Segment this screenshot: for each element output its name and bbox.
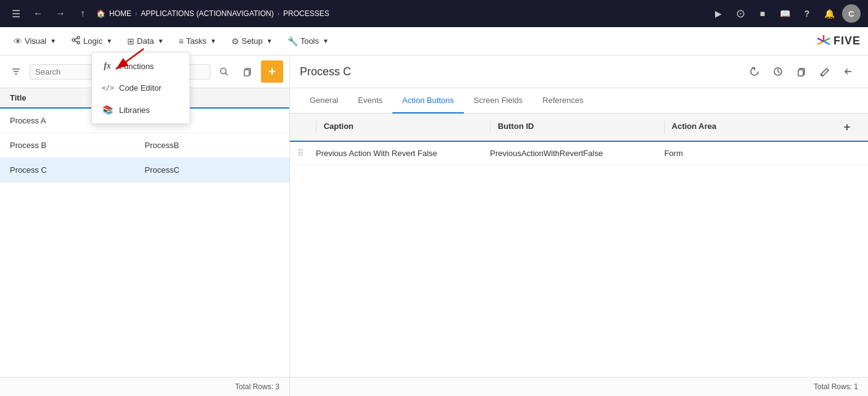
setup-chevron: ▼ [267, 38, 273, 44]
code-editor-icon: </> [102, 84, 113, 92]
home-label[interactable]: HOME [109, 9, 131, 18]
tab-general[interactable]: General [300, 88, 348, 113]
right-table-row[interactable]: ⠿ Previous Action With Revert False Prev… [290, 142, 868, 165]
right-data-table: Caption Button ID Action Area + ⠿ Previo… [290, 113, 868, 377]
history-icon [772, 66, 783, 77]
nav-item-tools[interactable]: 🔧 Tools ▼ [281, 33, 335, 50]
tasks-icon: ≡ [178, 36, 183, 46]
breadcrumb-chevron-1: › [135, 10, 137, 17]
tab-screen-fields[interactable]: Screen Fields [464, 88, 532, 113]
play-button[interactable]: ▶ [709, 4, 727, 23]
secondary-nav: 👁 Visual ▼ Logic ▼ ⊞ Data ▼ ≡ Tasks ▼ ⚙ … [0, 27, 868, 56]
back-button[interactable]: ← [30, 5, 47, 22]
tools-icon: 🔧 [287, 36, 298, 46]
top-nav: ☰ ← → ↑ 🏠 HOME › APPLICATIONS (ACTIONNAV… [0, 0, 868, 27]
duplicate-icon [796, 66, 807, 77]
books-icon[interactable]: 📖 [775, 4, 794, 23]
stop-button[interactable]: ■ [753, 4, 772, 23]
setup-label: Setup [242, 36, 263, 46]
help-button[interactable]: ? [798, 4, 816, 23]
filter-button[interactable] [6, 62, 26, 81]
add-row-button[interactable]: + [838, 118, 856, 136]
add-button[interactable]: + [261, 60, 283, 83]
table-row[interactable]: Process B ProcessB [0, 133, 289, 158]
right-title: Process C [300, 65, 351, 78]
col-divider [490, 121, 490, 133]
history-button[interactable] [768, 62, 788, 81]
breadcrumb-chevron-2: › [278, 10, 279, 17]
code-editor-label: Code Editor [119, 83, 162, 93]
drag-handle-icon[interactable]: ⠿ [297, 148, 316, 158]
duplicate-button[interactable] [792, 62, 811, 81]
svg-line-3 [75, 38, 77, 39]
left-table-footer: Total Rows: 3 [0, 377, 289, 396]
tab-events[interactable]: Events [348, 88, 392, 113]
svg-line-10 [817, 41, 824, 44]
logic-icon [71, 35, 81, 47]
right-tabs: General Events Action Buttons Screen Fie… [290, 88, 868, 113]
tools-label: Tools [300, 36, 319, 46]
app-label[interactable]: APPLICATIONS (ACTIONNAVIGATION) [141, 9, 273, 18]
col-divider [664, 121, 665, 133]
back-arrow-icon [843, 66, 854, 77]
logic-dropdown-menu: fx Functions </> Code Editor 📚 Libraries [91, 52, 190, 124]
nav-item-setup[interactable]: ⚙ Setup ▼ [225, 33, 279, 50]
tasks-chevron: ▼ [210, 38, 217, 44]
five-logo: FIVE [816, 34, 861, 49]
row-actionid: ProcessB [145, 141, 280, 150]
table-row[interactable]: Process C ProcessC [0, 158, 289, 183]
up-button[interactable]: ↑ [74, 5, 91, 22]
libraries-icon: 📚 [102, 105, 113, 115]
tab-action-buttons[interactable]: Action Buttons [392, 88, 464, 113]
data-chevron: ▼ [158, 38, 164, 44]
copy-icon [242, 67, 252, 76]
functions-label: Functions [119, 62, 154, 71]
svg-point-0 [72, 39, 75, 41]
revert-button[interactable] [745, 62, 764, 81]
right-actions [745, 62, 858, 81]
nav-item-visual[interactable]: 👁 Visual ▼ [7, 33, 62, 50]
breadcrumb: 🏠 HOME › APPLICATIONS (ACTIONNAVIGATION)… [96, 9, 329, 18]
right-row-caption: Previous Action With Revert False [316, 149, 490, 158]
dropdown-item-libraries[interactable]: 📚 Libraries [92, 99, 189, 121]
search-circle-button[interactable]: ⊙ [731, 4, 750, 23]
tools-chevron: ▼ [323, 38, 329, 44]
process-label[interactable]: PROCESSES [283, 9, 329, 18]
tasks-label: Tasks [186, 36, 207, 46]
logic-label: Logic [83, 36, 102, 46]
nav-item-tasks[interactable]: ≡ Tasks ▼ [172, 33, 222, 50]
back-button-right[interactable] [838, 62, 858, 81]
five-logo-icon [816, 34, 831, 49]
copy-button[interactable] [238, 62, 257, 81]
top-nav-right: ▶ ⊙ ■ 📖 ? 🔔 C [709, 4, 861, 23]
right-col-actionarea: Action Area [664, 121, 838, 133]
right-total-rows: Total Rows: 1 [814, 382, 858, 391]
col-divider [316, 121, 316, 133]
tab-references[interactable]: References [532, 88, 593, 113]
hamburger-menu-icon[interactable]: ☰ [7, 5, 25, 22]
user-avatar[interactable]: C [842, 4, 861, 23]
right-col-buttonid: Button ID [490, 121, 664, 133]
right-table-footer: Total Rows: 1 [290, 377, 868, 396]
filter-icon [11, 67, 21, 76]
right-col-caption: Caption [316, 121, 490, 133]
dropdown-item-functions[interactable]: fx Functions [92, 55, 189, 77]
visual-icon: 👁 [14, 36, 22, 46]
right-header: Process C [290, 56, 868, 88]
dropdown-item-code-editor[interactable]: </> Code Editor [92, 77, 189, 99]
home-icon[interactable]: 🏠 [96, 9, 105, 18]
nav-item-logic[interactable]: Logic ▼ [65, 31, 118, 51]
data-icon: ⊞ [127, 36, 134, 46]
svg-line-9 [824, 41, 830, 44]
nav-item-data[interactable]: ⊞ Data ▼ [121, 33, 170, 50]
forward-button[interactable]: → [52, 5, 69, 22]
right-row-buttonid: PreviousActionWithRevertFalse [490, 149, 664, 158]
visual-label: Visual [25, 36, 46, 46]
row-title: Process B [10, 141, 145, 150]
search-button[interactable] [214, 62, 234, 81]
svg-point-1 [77, 36, 80, 39]
svg-point-2 [77, 41, 80, 44]
libraries-label: Libraries [119, 105, 150, 115]
bell-icon[interactable]: 🔔 [820, 4, 838, 23]
edit-button[interactable] [815, 62, 835, 81]
